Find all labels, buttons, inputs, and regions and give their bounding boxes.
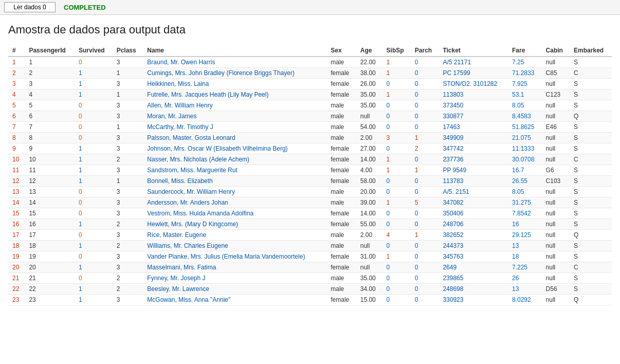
cell-surv: 1 xyxy=(75,241,113,251)
cell-parch: 0 xyxy=(411,284,439,295)
col-header-parch: Parch xyxy=(411,45,439,57)
table-row: 1 1 0 3 Braund, Mr. Owen Harris male 22.… xyxy=(8,57,612,68)
cell-sex: male xyxy=(326,100,356,111)
cell-pid: 2 xyxy=(25,68,75,79)
cell-sex: male xyxy=(326,133,356,143)
cell-embarked: S xyxy=(570,187,612,197)
cell-embarked: Q xyxy=(570,230,612,241)
table-row: 13 13 0 3 Saundercock, Mr. William Henry… xyxy=(8,187,612,197)
cell-pclass: 1 xyxy=(113,122,143,133)
cell-fare: 53.1 xyxy=(508,89,542,100)
table-row: 15 15 0 3 Vestrom, Miss. Hulda Amanda Ad… xyxy=(8,208,612,219)
cell-pclass: 2 xyxy=(113,273,143,284)
cell-embarked: S xyxy=(570,100,612,111)
cell-sibsp: 3 xyxy=(382,133,411,143)
table-row: 4 4 1 1 Futrelle, Mrs. Jacques Heath (Li… xyxy=(8,89,612,100)
cell-pclass: 3 xyxy=(113,79,143,89)
cell-pid: 21 xyxy=(25,273,75,284)
cell-num: 22 xyxy=(8,284,25,295)
cell-pid: 13 xyxy=(25,187,75,197)
cell-sex: female xyxy=(326,68,356,79)
cell-surv: 1 xyxy=(75,143,113,154)
cell-parch: 0 xyxy=(411,273,439,284)
cell-sibsp: 0 xyxy=(382,295,411,305)
cell-age: 15.00 xyxy=(356,295,382,305)
cell-parch: 0 xyxy=(411,154,439,165)
cell-sibsp: 1 xyxy=(382,154,411,165)
cell-sex: female xyxy=(326,251,356,262)
table-row: 3 3 1 3 Heikkinen, Miss. Laina female 26… xyxy=(8,79,612,89)
cell-name: Johnson, Mrs. Oscar W (Elisabeth Vilhelm… xyxy=(143,143,326,154)
cell-fare: 71.2833 xyxy=(508,68,542,79)
cell-embarked: S xyxy=(570,208,612,219)
cell-fare: 16.7 xyxy=(508,165,542,176)
cell-num: 1 xyxy=(8,57,25,68)
col-header-pclass: Pclass xyxy=(113,45,143,57)
cell-sibsp: 0 xyxy=(382,284,411,295)
cell-embarked: C xyxy=(570,262,612,273)
cell-fare: 7.8542 xyxy=(508,208,542,219)
col-header-age: Age xyxy=(356,45,382,57)
cell-parch: 5 xyxy=(411,197,439,208)
cell-age: 26.00 xyxy=(356,79,382,89)
cell-fare: 26.55 xyxy=(508,176,542,187)
table-row: 20 20 1 3 Masselmani, Mrs. Fatima female… xyxy=(8,262,612,273)
cell-fare: 7.925 xyxy=(508,79,542,89)
cell-pid: 9 xyxy=(25,143,75,154)
cell-pclass: 1 xyxy=(113,68,143,79)
cell-parch: 0 xyxy=(411,241,439,251)
cell-ticket: 244373 xyxy=(439,241,508,251)
cell-ticket: 17463 xyxy=(439,122,508,133)
cell-sex: male xyxy=(326,122,356,133)
cell-cabin: null xyxy=(542,295,570,305)
cell-sibsp: 0 xyxy=(382,143,411,154)
cell-sex: male xyxy=(326,241,356,251)
cell-surv: 0 xyxy=(75,57,113,68)
cell-age: 34.00 xyxy=(356,284,382,295)
cell-pid: 1 xyxy=(25,57,75,68)
cell-cabin: G6 xyxy=(542,165,570,176)
cell-name: Futrelle, Mrs. Jacques Heath (Lily May P… xyxy=(143,89,326,100)
cell-cabin: D56 xyxy=(542,284,570,295)
ler-dados-button[interactable]: Ler dados 0 xyxy=(4,2,56,12)
cell-fare: 11.1333 xyxy=(508,143,542,154)
cell-ticket: A/5. 2151 xyxy=(439,187,508,197)
cell-surv: 1 xyxy=(75,176,113,187)
table-row: 19 19 0 3 Vander Planke, Mrs. Julius (Em… xyxy=(8,251,612,262)
cell-fare: 21.075 xyxy=(508,133,542,143)
col-header-sibsp: SibSp xyxy=(382,45,411,57)
cell-ticket: 345763 xyxy=(439,251,508,262)
cell-num: 20 xyxy=(8,262,25,273)
cell-pid: 23 xyxy=(25,295,75,305)
cell-sex: male xyxy=(326,197,356,208)
cell-pid: 5 xyxy=(25,100,75,111)
cell-age: 27.00 xyxy=(356,143,382,154)
cell-sibsp: 1 xyxy=(382,68,411,79)
cell-pclass: 3 xyxy=(113,57,143,68)
cell-ticket: A/5 21171 xyxy=(439,57,508,68)
cell-pid: 19 xyxy=(25,251,75,262)
cell-num: 6 xyxy=(8,111,25,122)
cell-parch: 0 xyxy=(411,208,439,219)
table-row: 9 9 1 3 Johnson, Mrs. Oscar W (Elisabeth… xyxy=(8,143,612,154)
cell-embarked: S xyxy=(570,165,612,176)
col-header-cabin: Cabin xyxy=(542,45,570,57)
cell-pclass: 3 xyxy=(113,295,143,305)
cell-name: Hewlett, Mrs. (Mary D Kingcome) xyxy=(143,219,326,230)
cell-surv: 1 xyxy=(75,79,113,89)
cell-surv: 0 xyxy=(75,197,113,208)
cell-sex: male xyxy=(326,111,356,122)
cell-surv: 0 xyxy=(75,122,113,133)
cell-fare: 8.0292 xyxy=(508,295,542,305)
cell-embarked: S xyxy=(570,251,612,262)
cell-sex: male xyxy=(326,57,356,68)
cell-name: Palsson, Master. Gosta Leonard xyxy=(143,133,326,143)
cell-embarked: S xyxy=(570,219,612,230)
cell-sex: male xyxy=(326,273,356,284)
cell-surv: 0 xyxy=(75,251,113,262)
cell-ticket: 239865 xyxy=(439,273,508,284)
cell-sibsp: 0 xyxy=(382,208,411,219)
cell-num: 17 xyxy=(8,230,25,241)
cell-num: 12 xyxy=(8,176,25,187)
cell-ticket: 248698 xyxy=(439,284,508,295)
